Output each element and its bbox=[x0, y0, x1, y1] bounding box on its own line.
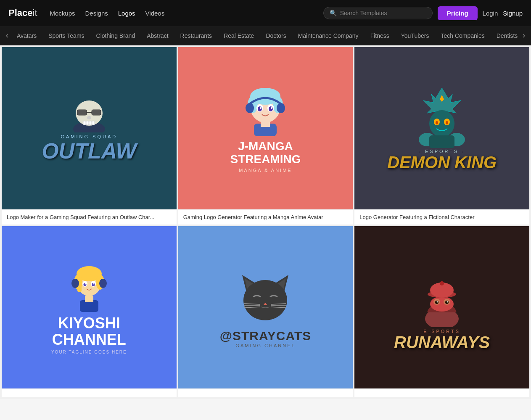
card1-main-title: OUTLAW bbox=[42, 140, 136, 162]
svg-point-16 bbox=[246, 103, 254, 113]
brand-logo[interactable]: Placeit bbox=[8, 8, 37, 18]
svg-point-23 bbox=[271, 107, 272, 109]
cat-youtubers[interactable]: YouTubers bbox=[395, 26, 435, 45]
cat-maintenance[interactable]: Maintenance Company bbox=[292, 26, 365, 45]
svg-point-48 bbox=[93, 283, 94, 284]
card6-label bbox=[354, 388, 529, 397]
category-bar: ‹ Avatars Sports Teams Clothing Brand Ab… bbox=[0, 26, 531, 45]
runaways-char-icon bbox=[415, 264, 469, 327]
cat-abstract[interactable]: Abstract bbox=[141, 26, 174, 45]
card2-sub-title: MANGA & ANIME bbox=[230, 168, 301, 173]
svg-point-53 bbox=[243, 280, 287, 320]
cat-avatars[interactable]: Avatars bbox=[11, 26, 42, 45]
cat-real-estate[interactable]: Real Estate bbox=[218, 26, 260, 45]
svg-rect-33 bbox=[429, 135, 454, 148]
card3-label: Logo Generator Featuring a Fictional Cha… bbox=[354, 209, 529, 225]
cat-clothing-brand[interactable]: Clothing Brand bbox=[90, 26, 141, 45]
svg-point-17 bbox=[277, 103, 285, 113]
cat-dentists[interactable]: Dentists bbox=[491, 26, 520, 45]
cat-next-arrow[interactable]: › bbox=[520, 31, 528, 40]
straycat-icon bbox=[234, 267, 297, 325]
nav-links: Mockups Designs Logos Videos bbox=[50, 10, 165, 17]
cat-sports-teams[interactable]: Sports Teams bbox=[42, 26, 90, 45]
manga-char-icon bbox=[242, 84, 288, 138]
search-box[interactable]: 🔍 bbox=[323, 7, 433, 19]
svg-point-20 bbox=[258, 106, 262, 111]
demon-king-icon bbox=[415, 86, 469, 149]
cat-prev-arrow[interactable]: ‹ bbox=[3, 31, 11, 40]
svg-point-69 bbox=[447, 301, 448, 302]
svg-rect-3 bbox=[92, 110, 101, 115]
svg-point-72 bbox=[440, 281, 444, 285]
svg-rect-35 bbox=[85, 296, 93, 302]
svg-point-68 bbox=[437, 301, 438, 302]
card3-main-title: DEMON KING bbox=[387, 154, 497, 171]
signup-button[interactable]: Signup bbox=[503, 10, 523, 17]
logo-card-2[interactable]: J-MANGASTREAMING MANGA & ANIME Gaming Lo… bbox=[178, 47, 353, 225]
svg-point-42 bbox=[99, 279, 107, 288]
card5-handle: @STRAYCATS bbox=[220, 329, 312, 343]
login-button[interactable]: Login bbox=[483, 10, 498, 17]
svg-point-29 bbox=[436, 121, 438, 124]
card4-tagline: YOUR TAGLINE GOES HERE bbox=[51, 350, 127, 354]
card5-label bbox=[178, 388, 353, 397]
svg-rect-8 bbox=[89, 121, 92, 125]
svg-rect-7 bbox=[86, 121, 89, 125]
nav-right: 🔍 Pricing Login Signup bbox=[323, 6, 523, 20]
svg-point-47 bbox=[85, 283, 86, 284]
search-input[interactable] bbox=[340, 10, 426, 16]
cat-tech[interactable]: Tech Companies bbox=[435, 26, 490, 45]
svg-rect-6 bbox=[83, 121, 86, 125]
logo-card-4[interactable]: KIYOSHICHANNEL YOUR TAGLINE GOES HERE bbox=[2, 226, 177, 397]
logo-card-6[interactable]: E-SPORTS RUNAWAYS bbox=[354, 226, 529, 397]
outlaw-skull-icon bbox=[68, 95, 110, 132]
nav-mockups[interactable]: Mockups bbox=[50, 10, 75, 17]
navbar: Placeit Mockups Designs Logos Videos 🔍 P… bbox=[0, 0, 531, 26]
cat-fitness[interactable]: Fitness bbox=[365, 26, 395, 45]
card6-main-title: RUNAWAYS bbox=[394, 334, 490, 351]
card4-label bbox=[2, 388, 177, 397]
svg-point-21 bbox=[269, 106, 273, 111]
logo-card-1[interactable]: GAMING SQUAD OUTLAW Logo Maker for a Gam… bbox=[2, 47, 177, 225]
search-icon: 🔍 bbox=[330, 10, 337, 16]
cat-list: Avatars Sports Teams Clothing Brand Abst… bbox=[11, 26, 520, 45]
svg-rect-2 bbox=[77, 110, 87, 115]
nav-designs[interactable]: Designs bbox=[85, 10, 108, 17]
card2-main-title: J-MANGASTREAMING bbox=[230, 140, 301, 166]
svg-point-41 bbox=[71, 279, 79, 288]
svg-point-22 bbox=[260, 107, 262, 109]
svg-point-30 bbox=[446, 121, 448, 124]
cat-doctors[interactable]: Doctors bbox=[260, 26, 292, 45]
logo-card-3[interactable]: - ESPORTS - DEMON KING Logo Generator Fe… bbox=[354, 47, 529, 225]
svg-rect-9 bbox=[92, 121, 95, 125]
kiyoshi-char-icon bbox=[68, 260, 110, 315]
nav-videos[interactable]: Videos bbox=[145, 10, 165, 17]
logo-card-5[interactable]: @STRAYCATS GAMING CHANNEL bbox=[178, 226, 353, 397]
card4-main-title: KIYOSHICHANNEL bbox=[51, 315, 127, 348]
card5-sub: GAMING CHANNEL bbox=[220, 343, 312, 348]
pricing-button[interactable]: Pricing bbox=[438, 6, 478, 20]
card1-label: Logo Maker for a Gaming Squad Featuring … bbox=[2, 209, 177, 225]
svg-point-5 bbox=[87, 116, 91, 119]
cat-restaurants[interactable]: Restaurants bbox=[174, 26, 218, 45]
logo-grid: GAMING SQUAD OUTLAW Logo Maker for a Gam… bbox=[0, 45, 531, 399]
nav-logos[interactable]: Logos bbox=[118, 10, 135, 17]
svg-point-26 bbox=[429, 110, 454, 137]
svg-point-63 bbox=[430, 296, 454, 312]
card2-label: Gaming Logo Generator Featuring a Manga … bbox=[178, 209, 353, 225]
